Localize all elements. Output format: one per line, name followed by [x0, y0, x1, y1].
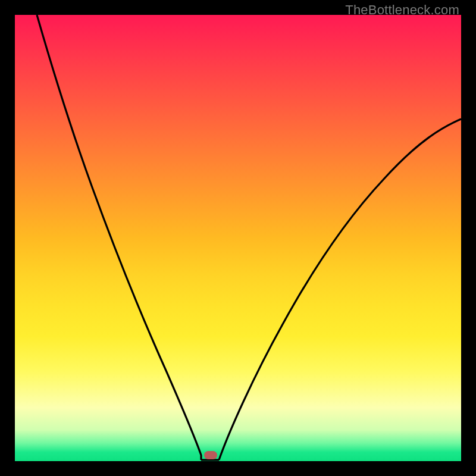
curve-left-branch	[37, 15, 201, 460]
plot-area	[15, 15, 461, 461]
bottleneck-curve-svg	[15, 15, 461, 461]
curve-right-branch	[219, 119, 461, 460]
optimum-marker	[204, 451, 217, 459]
chart-frame: TheBottleneck.com	[0, 0, 476, 476]
